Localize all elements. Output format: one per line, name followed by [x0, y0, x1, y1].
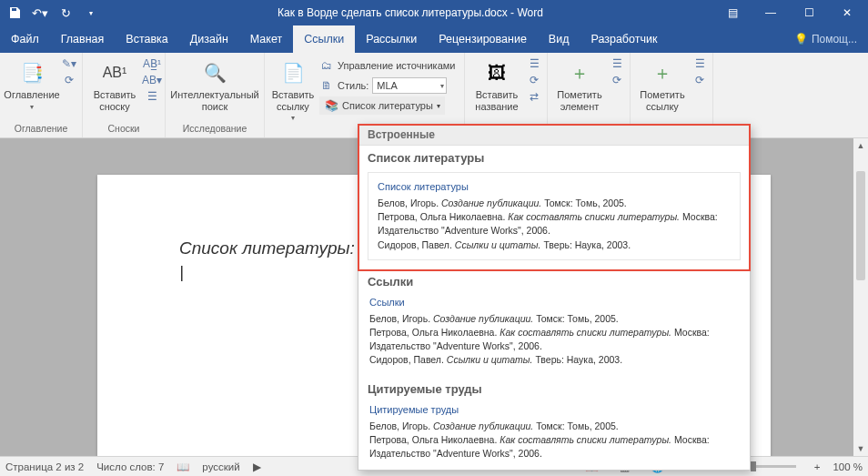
bibliography-button[interactable]: 📚 Список литературы ▾	[319, 96, 445, 115]
redo-icon[interactable]: ↻	[58, 5, 73, 20]
search-icon: 🔍	[200, 58, 229, 87]
save-icon[interactable]	[7, 5, 22, 20]
insert-citation-button[interactable]: 📄 Вставить ссылку ▾	[270, 55, 316, 122]
insert-footnote-button[interactable]: AB¹ Вставить сноску	[88, 55, 141, 112]
gallery-item-references[interactable]: Ссылки Белов, Игорь. Создание публикации…	[358, 292, 750, 377]
bibliography-icon: 📚	[324, 98, 338, 113]
insert-caption-button[interactable]: 🖼 Вставить название	[470, 55, 523, 112]
group-footnotes: AB¹ Вставить сноску AB̲¹ AB▾ ☰ Сноски	[83, 53, 166, 137]
show-notes-icon[interactable]: ☰	[145, 89, 159, 104]
scroll-up-icon[interactable]: ▲	[853, 138, 868, 153]
toc-icon: 📑	[17, 58, 46, 87]
minimize-button[interactable]: —	[753, 0, 788, 25]
insert-index-icon[interactable]: ☰	[610, 56, 624, 71]
preview-heading: Ссылки	[369, 296, 739, 310]
citation-icon: 📄	[278, 58, 308, 87]
scroll-down-icon[interactable]: ▼	[853, 441, 868, 456]
update-toc-icon[interactable]: ⟳	[62, 73, 76, 87]
window-controls: ▤ — ☐ ✕	[715, 0, 868, 25]
gallery-section-works-cited: Цитируемые труды	[358, 377, 750, 400]
add-text-icon[interactable]: ✎▾	[62, 56, 76, 71]
tab-home[interactable]: Главная	[50, 25, 116, 53]
lightbulb-icon: 💡	[794, 33, 808, 46]
zoom-value[interactable]: 100 %	[833, 461, 863, 472]
ribbon-tabs: Файл Главная Вставка Дизайн Макет Ссылки…	[0, 25, 868, 53]
toc-button[interactable]: 📑 Оглавление ▾	[5, 55, 58, 111]
footnote-icon: AB¹	[100, 58, 129, 87]
word-count[interactable]: Число слов: 7	[96, 461, 164, 472]
maximize-button[interactable]: ☐	[792, 0, 826, 25]
zoom-in-button[interactable]: +	[814, 461, 821, 472]
insert-tof-icon[interactable]: ☰	[527, 56, 541, 71]
gallery-section-references: Ссылки	[358, 269, 750, 292]
style-label: Стиль:	[338, 80, 368, 91]
tab-developer[interactable]: Разработчик	[580, 25, 668, 53]
scroll-thumb[interactable]	[856, 171, 865, 280]
style-icon: 🗎	[319, 78, 334, 93]
chevron-down-icon: ▾	[30, 103, 34, 111]
mark-citation-button[interactable]: ＋ Пометить ссылку	[636, 55, 689, 112]
citation-style-select[interactable]: MLA	[372, 77, 447, 94]
tab-design[interactable]: Дизайн	[179, 25, 239, 53]
gallery-section-bibliography: Список литературы	[358, 146, 750, 168]
mark-citation-label: Пометить ссылку	[636, 89, 689, 112]
update-index-icon[interactable]: ⟳	[610, 73, 624, 87]
manage-sources-button[interactable]: 🗂 Управление источниками	[319, 56, 459, 75]
scroll-track[interactable]	[853, 153, 868, 441]
tell-me-search[interactable]: 💡 Помощ...	[783, 25, 868, 53]
undo-icon[interactable]: ↶▾	[33, 5, 47, 20]
chevron-down-icon: ▾	[291, 114, 295, 122]
group-toc: 📑 Оглавление ▾ ✎▾ ⟳ Оглавление	[0, 53, 83, 137]
next-footnote-icon[interactable]: AB▾	[145, 73, 159, 87]
smart-lookup-button[interactable]: 🔍 Интеллектуальный поиск	[171, 55, 258, 112]
quick-access-toolbar: ↶▾ ↻ ▾	[0, 5, 106, 20]
tell-me-label: Помощ...	[812, 33, 857, 46]
macro-icon[interactable]: ▶	[253, 461, 261, 473]
mark-citation-icon: ＋	[648, 58, 677, 87]
window-title: Как в Ворде сделать список литературы.do…	[106, 6, 715, 19]
tab-review[interactable]: Рецензирование	[428, 25, 538, 53]
group-research: 🔍 Интеллектуальный поиск Исследование	[166, 53, 265, 137]
vertical-scrollbar[interactable]: ▲ ▼	[853, 138, 868, 456]
tab-layout[interactable]: Макет	[239, 25, 293, 53]
manage-sources-label: Управление источниками	[338, 60, 455, 71]
update-toa-icon[interactable]: ⟳	[692, 73, 707, 87]
tab-references[interactable]: Ссылки	[293, 25, 355, 53]
gallery-builtin-header: Встроенные	[358, 125, 750, 146]
caption-icon: 🖼	[482, 58, 511, 87]
qat-customize-icon[interactable]: ▾	[84, 5, 98, 20]
group-research-label: Исследование	[171, 121, 258, 136]
cross-ref-icon[interactable]: ⇄	[527, 89, 541, 104]
tab-view[interactable]: Вид	[538, 25, 580, 53]
tab-mailings[interactable]: Рассылки	[355, 25, 428, 53]
gallery-item-bibliography[interactable]: Список литературы Белов, Игорь. Создание…	[358, 168, 750, 269]
titlebar: ↶▾ ↻ ▾ Как в Ворде сделать список литера…	[0, 0, 868, 25]
mark-entry-icon: ＋	[565, 58, 594, 87]
insert-toa-icon[interactable]: ☰	[692, 56, 707, 71]
preview-heading: Список литературы	[378, 180, 731, 195]
insert-endnote-icon[interactable]: AB̲¹	[145, 56, 159, 71]
insert-footnote-label: Вставить сноску	[88, 89, 141, 112]
insert-caption-label: Вставить название	[470, 89, 523, 112]
tab-insert[interactable]: Вставка	[115, 25, 178, 53]
gallery-item-works-cited[interactable]: Цитируемые труды Белов, Игорь. Создание …	[358, 400, 750, 471]
chevron-down-icon: ▾	[437, 102, 440, 110]
language-indicator[interactable]: русский	[202, 461, 239, 472]
bibliography-label: Список литературы	[342, 100, 433, 111]
update-tof-icon[interactable]: ⟳	[527, 73, 541, 87]
page-indicator[interactable]: Страница 2 из 2	[5, 461, 84, 472]
tab-file[interactable]: Файл	[0, 25, 50, 53]
bibliography-gallery: Встроенные Список литературы Список лите…	[358, 124, 751, 471]
toc-label: Оглавление	[4, 89, 59, 101]
mark-entry-button[interactable]: ＋ Пометить элемент	[553, 55, 606, 112]
ribbon-display-options-icon[interactable]: ▤	[715, 0, 750, 25]
group-toc-label: Оглавление	[5, 121, 76, 136]
spellcheck-icon[interactable]: 📖	[177, 461, 189, 473]
smart-lookup-label: Интеллектуальный поиск	[170, 89, 258, 112]
close-button[interactable]: ✕	[830, 0, 864, 25]
manage-sources-icon: 🗂	[319, 58, 334, 73]
preview-heading: Цитируемые труды	[369, 403, 739, 418]
mark-entry-label: Пометить элемент	[553, 89, 606, 112]
insert-citation-label: Вставить ссылку	[270, 89, 316, 112]
group-footnotes-label: Сноски	[88, 121, 159, 136]
